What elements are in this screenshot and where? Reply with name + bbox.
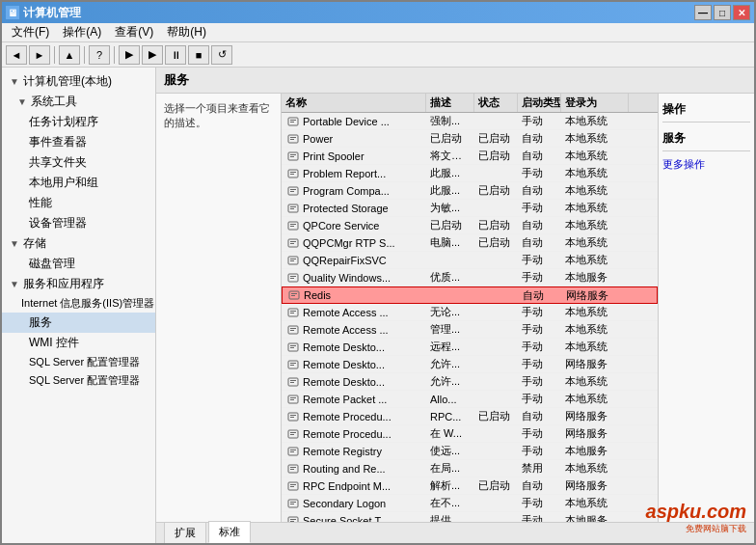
- sidebar-iis[interactable]: Internet 信息服务(IIS)管理器: [2, 294, 155, 313]
- service-start-cell: 自动: [518, 148, 561, 164]
- list-item[interactable]: Remote Packet ...Allo...手动本地系统: [282, 391, 658, 408]
- tab-expand[interactable]: 扩展: [164, 522, 206, 543]
- list-item[interactable]: RPC Endpoint M...解析...已启动自动网络服务: [282, 477, 658, 495]
- sidebar-root[interactable]: ▼ 计算机管理(本地): [2, 71, 155, 92]
- list-item[interactable]: Remote Procedu...在 W...手动网络服务: [282, 425, 658, 443]
- stop-button[interactable]: ■: [188, 45, 209, 65]
- list-item[interactable]: Secure Socket T...提供...手动本地服务: [282, 512, 658, 522]
- svg-rect-40: [290, 345, 296, 346]
- list-item[interactable]: Remote Access ...管理...手动本地系统: [282, 321, 658, 339]
- service-icon: [285, 306, 301, 319]
- sidebar-task-scheduler[interactable]: 任务计划程序: [2, 112, 155, 132]
- list-item[interactable]: Remote Deskto...允许...手动本地系统: [282, 373, 658, 391]
- tab-standard[interactable]: 标准: [208, 521, 251, 543]
- service-icon: [285, 479, 301, 493]
- sidebar-event-viewer[interactable]: 事件查看器: [2, 132, 155, 152]
- service-name-cell: Power: [282, 131, 426, 147]
- service-status-cell: [474, 121, 518, 123]
- service-icon: [285, 341, 301, 354]
- list-item[interactable]: Portable Device ...强制...手动本地系统: [282, 113, 658, 130]
- service-icon: [285, 184, 301, 198]
- menu-view[interactable]: 查看(V): [109, 22, 159, 42]
- play-button[interactable]: ▶: [119, 45, 140, 65]
- maximize-button[interactable]: □: [714, 5, 731, 20]
- sidebar-shared-folders[interactable]: 共享文件夹: [2, 152, 155, 173]
- header-status: 状态: [474, 94, 518, 112]
- sidebar-wmi[interactable]: WMI 控件: [2, 333, 155, 353]
- actions-title: 操作: [662, 97, 750, 123]
- service-login-cell: 本地系统: [561, 252, 629, 268]
- service-name-cell: Remote Deskto...: [282, 340, 426, 355]
- list-item[interactable]: Remote Procedu...RPC...已启动自动网络服务: [282, 408, 658, 425]
- sidebar-services[interactable]: 服务: [2, 313, 155, 333]
- sidebar-system-tools[interactable]: ▼ 系统工具: [2, 92, 155, 112]
- service-name-cell: Secure Socket T...: [282, 513, 426, 523]
- watermark-line2: 免费网站脑下载: [646, 523, 746, 535]
- list-item[interactable]: Problem Report...此服...手动本地系统: [282, 165, 658, 182]
- main-window: 🖥 计算机管理 — □ ✕ 文件(F) 操作(A) 查看(V) 帮助(H) ◄ …: [0, 0, 756, 545]
- title-bar: 🖥 计算机管理 — □ ✕: [2, 2, 754, 23]
- play2-button[interactable]: ▶: [142, 45, 163, 65]
- service-login-cell: 本地系统: [561, 234, 629, 251]
- menu-action[interactable]: 操作(A): [57, 22, 107, 42]
- header-start: 启动类型: [518, 94, 561, 112]
- list-item[interactable]: Power已启动已启动自动本地系统: [282, 130, 658, 148]
- service-icon: [285, 375, 301, 389]
- sidebar-sql-config-1[interactable]: SQL Server 配置管理器: [2, 353, 155, 371]
- list-item[interactable]: Quality Windows...优质...手动本地服务: [282, 269, 658, 286]
- pause-button[interactable]: ⏸: [165, 45, 186, 65]
- service-start-cell: 禁用: [518, 460, 561, 477]
- list-item[interactable]: Routing and Re...在局...禁用本地系统: [282, 460, 658, 477]
- list-item[interactable]: QPCore Service已启动已启动自动本地系统: [282, 217, 658, 234]
- list-item[interactable]: Remote Registry使远...手动本地服务: [282, 443, 658, 460]
- list-item[interactable]: QQPCMgr RTP S...电脑...已启动自动本地系统: [282, 234, 658, 252]
- more-actions-link[interactable]: 更多操作: [662, 155, 750, 174]
- list-item[interactable]: Print Spooler将文文...已启动自动本地系统: [282, 148, 658, 165]
- list-item[interactable]: Remote Deskto...远程...手动本地系统: [282, 339, 658, 356]
- sidebar-local-users[interactable]: 本地用户和组: [2, 173, 155, 193]
- svg-rect-1: [290, 120, 296, 121]
- sidebar-sql-config-2[interactable]: SQL Server 配置管理器: [2, 371, 155, 390]
- list-item[interactable]: Protected Storage为敏...手动本地系统: [282, 200, 658, 217]
- service-desc-cell: 电脑...: [426, 234, 474, 251]
- back-button[interactable]: ◄: [6, 45, 27, 65]
- sidebar-performance[interactable]: 性能: [2, 193, 155, 213]
- service-icon: [285, 393, 301, 406]
- svg-rect-44: [290, 365, 294, 366]
- list-item[interactable]: Program Compa...此服...已启动自动本地系统: [282, 182, 658, 200]
- service-start-cell: 手动: [518, 425, 561, 442]
- service-start-cell: 自动: [519, 287, 562, 304]
- service-login-cell: 本地系统: [561, 113, 629, 129]
- up-button[interactable]: ▲: [59, 45, 80, 65]
- menu-help[interactable]: 帮助(H): [161, 22, 212, 42]
- sidebar-services-apps[interactable]: ▼ 服务和应用程序: [2, 274, 155, 294]
- svg-rect-19: [290, 224, 296, 225]
- watermark: aspku.com 免费网站脑下载: [646, 501, 746, 535]
- refresh-button[interactable]: ↺: [211, 45, 232, 65]
- service-desc-cell: 提供...: [426, 512, 474, 522]
- close-button[interactable]: ✕: [733, 5, 750, 20]
- sidebar-disk-management[interactable]: 磁盘管理: [2, 254, 155, 274]
- minimize-button[interactable]: —: [694, 5, 712, 20]
- list-item[interactable]: Secondary Logon在不...手动本地系统: [282, 495, 658, 512]
- service-desc-cell: 将文文...: [426, 148, 474, 164]
- service-icon: [285, 115, 301, 128]
- sidebar-item-label: 存储: [23, 235, 46, 252]
- sidebar-storage[interactable]: ▼ 存储: [2, 233, 155, 254]
- sidebar-item-label: 共享文件夹: [29, 154, 87, 171]
- sidebar-device-manager[interactable]: 设备管理器: [2, 213, 155, 233]
- services-content: 选择一个项目来查看它的描述。 名称 描述 状态 启动类型 登录为 Portabl…: [156, 94, 754, 522]
- svg-rect-41: [290, 347, 294, 348]
- list-item[interactable]: QQRepairFixSVC手动本地系统: [282, 252, 658, 269]
- service-login-cell: 网络服务: [562, 287, 630, 304]
- forward-button[interactable]: ►: [29, 45, 50, 65]
- menu-file[interactable]: 文件(F): [6, 22, 55, 42]
- list-item[interactable]: Redis自动网络服务: [282, 286, 658, 304]
- service-desc-cell: 允许...: [426, 356, 474, 372]
- list-item[interactable]: Remote Access ...无论...手动本地系统: [282, 304, 658, 321]
- list-item[interactable]: Remote Deskto...允许...手动网络服务: [282, 356, 658, 373]
- service-start-cell: 自动: [518, 130, 561, 147]
- service-icon: [286, 288, 302, 302]
- sidebar-item-label: 任务计划程序: [29, 114, 98, 130]
- help-button[interactable]: ?: [89, 45, 110, 65]
